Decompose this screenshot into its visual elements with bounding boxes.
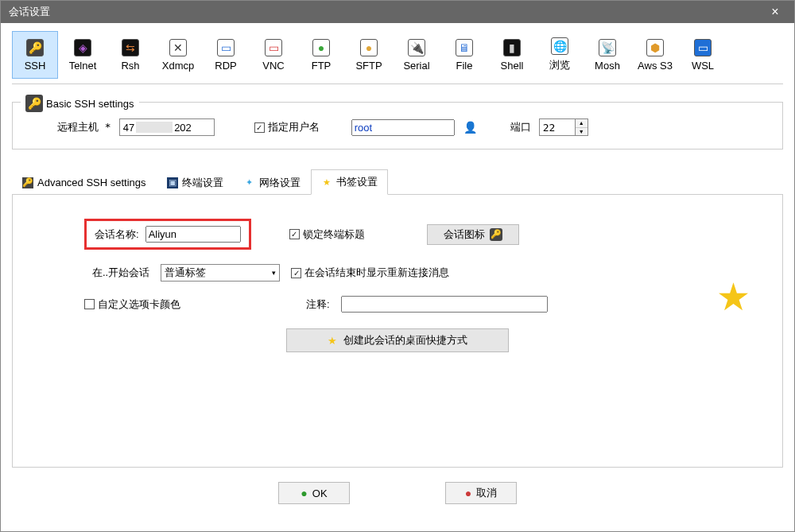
tab-icon: ✦	[244, 177, 255, 188]
checkbox-icon: ✓	[289, 229, 300, 239]
protocol-ftp[interactable]: ●FTP	[298, 31, 344, 79]
remote-host-label: 远程主机 *	[57, 120, 111, 134]
session-settings-window: 会话设置 × 🔑SSH◈Telnet⇆Rsh✕Xdmcp▭RDP▭VNC●FTP…	[0, 0, 795, 532]
content-area: 🔑SSH◈Telnet⇆Rsh✕Xdmcp▭RDP▭VNC●FTP●SFTP🔌S…	[1, 23, 794, 531]
protocol-label: Xdmcp	[162, 60, 194, 72]
tab-icon: 🔑	[22, 177, 33, 188]
session-name-input[interactable]	[145, 226, 241, 243]
protocol-file[interactable]: 🖥File	[441, 31, 487, 79]
checkbox-icon: ✓	[254, 122, 265, 133]
key-icon: 🔑	[490, 228, 502, 241]
settings-tabs: 🔑Advanced SSH settings▣终端设置✦网络设置★书签设置	[12, 169, 783, 195]
protocol-wsl[interactable]: ▭WSL	[680, 31, 726, 79]
lock-title-label: 锁定终端标题	[303, 227, 365, 242]
checkbox-icon: ✓	[291, 268, 301, 278]
protocol-label: Rsh	[121, 60, 139, 72]
dialog-buttons: ● OK ● 取消	[12, 468, 783, 523]
ok-label: OK	[312, 487, 328, 499]
bookmark-tab-body: 会话名称: ✓ 锁定终端标题 会话图标 🔑 在..开始会话 普通标签	[12, 195, 783, 468]
protocol-label: 浏览	[549, 58, 570, 72]
protocol-aws-s3[interactable]: ⬢Aws S3	[632, 31, 678, 79]
protocol-telnet[interactable]: ◈Telnet	[60, 31, 106, 79]
session-name-highlight: 会话名称:	[84, 219, 251, 250]
basic-ssh-legend: 🔑 Basic SSH settings	[21, 95, 139, 112]
create-shortcut-button[interactable]: ★ 创建此会话的桌面快捷方式	[286, 328, 509, 352]
custom-tab-color-checkbox[interactable]: 自定义选项卡颜色	[84, 297, 180, 312]
user-icon[interactable]: 👤	[463, 119, 479, 135]
remote-host-field[interactable]: 47 202	[119, 118, 215, 136]
protocol-icon: 🔌	[408, 39, 425, 56]
protocol-icon: ⇆	[122, 39, 139, 56]
protocol-serial[interactable]: 🔌Serial	[394, 31, 440, 79]
protocol-浏览[interactable]: 🌐浏览	[537, 31, 583, 79]
protocol-icon: ◈	[74, 39, 91, 56]
tab-书签设置[interactable]: ★书签设置	[311, 169, 388, 195]
session-icon-button[interactable]: 会话图标 🔑	[427, 224, 519, 245]
protocol-mosh[interactable]: 📡Mosh	[584, 31, 630, 79]
checkbox-icon	[84, 299, 95, 309]
tab-icon: ★	[321, 177, 332, 188]
close-icon[interactable]: ×	[764, 5, 786, 19]
port-spinner[interactable]: ▲ ▼	[539, 118, 588, 136]
spinner-up-icon[interactable]: ▲	[576, 119, 588, 128]
username-input[interactable]	[351, 119, 455, 136]
protocol-xdmcp[interactable]: ✕Xdmcp	[155, 31, 201, 79]
show-reconnect-checkbox[interactable]: ✓ 在会话结束时显示重新连接消息	[291, 266, 449, 280]
star-icon: ★	[328, 335, 337, 347]
tab-网络设置[interactable]: ✦网络设置	[234, 169, 311, 195]
remote-host-prefix: 47	[123, 122, 134, 134]
protocol-rsh[interactable]: ⇆Rsh	[107, 31, 153, 79]
protocol-label: SFTP	[355, 60, 382, 72]
protocol-icon: ⬢	[646, 39, 664, 56]
protocol-icon: 🔑	[26, 39, 44, 56]
tab-label: 终端设置	[182, 176, 223, 190]
protocol-sftp[interactable]: ●SFTP	[346, 31, 392, 79]
specify-user-label: 指定用户名	[268, 120, 320, 134]
start-in-select[interactable]: 普通标签 ▾	[161, 264, 280, 282]
cancel-label: 取消	[476, 486, 497, 500]
remote-host-suffix: 202	[174, 122, 192, 134]
protocol-label: RDP	[215, 60, 236, 72]
protocol-label: Telnet	[69, 60, 97, 72]
title-bar: 会话设置 ×	[1, 1, 794, 23]
protocol-label: Mosh	[595, 60, 620, 72]
basic-ssh-legend-label: Basic SSH settings	[46, 98, 134, 110]
protocol-icon: 🖥	[456, 39, 473, 56]
tab-终端设置[interactable]: ▣终端设置	[157, 169, 234, 195]
port-input[interactable]	[540, 119, 575, 135]
protocol-label: VNC	[262, 60, 284, 72]
protocol-icon: ▭	[694, 39, 712, 56]
protocol-vnc[interactable]: ▭VNC	[250, 31, 297, 79]
protocol-icon: ●	[360, 39, 378, 56]
start-in-value: 普通标签	[165, 266, 206, 280]
protocol-label: Shell	[501, 60, 524, 72]
protocol-icon: ▭	[265, 39, 282, 56]
protocol-label: FTP	[312, 60, 332, 72]
tab-icon: ▣	[167, 177, 178, 188]
ok-button[interactable]: ● OK	[278, 482, 350, 504]
window-title: 会话设置	[9, 5, 764, 19]
protocol-label: File	[456, 60, 473, 72]
comment-input[interactable]	[341, 296, 548, 313]
star-icon: ★	[716, 274, 750, 319]
cancel-button[interactable]: ● 取消	[445, 482, 517, 504]
start-in-label: 在..开始会话	[92, 266, 149, 280]
custom-tab-color-label: 自定义选项卡颜色	[98, 297, 180, 312]
protocol-rdp[interactable]: ▭RDP	[203, 31, 249, 79]
protocol-label: Aws S3	[638, 60, 673, 72]
session-icon-button-label: 会话图标	[444, 227, 485, 242]
port-label: 端口	[510, 120, 531, 134]
spinner-down-icon[interactable]: ▼	[576, 128, 588, 136]
tab-advanced-ssh-settings[interactable]: 🔑Advanced SSH settings	[12, 169, 157, 195]
tab-label: 书签设置	[336, 175, 378, 189]
specify-user-checkbox[interactable]: ✓ 指定用户名	[254, 120, 320, 134]
remote-host-mask	[136, 122, 173, 133]
create-shortcut-label: 创建此会话的桌面快捷方式	[343, 333, 467, 348]
protocol-ssh[interactable]: 🔑SSH	[12, 31, 58, 79]
protocol-toolbar: 🔑SSH◈Telnet⇆Rsh✕Xdmcp▭RDP▭VNC●FTP●SFTP🔌S…	[12, 31, 783, 84]
lock-title-checkbox[interactable]: ✓ 锁定终端标题	[289, 227, 365, 242]
protocol-label: SSH	[25, 60, 46, 72]
key-icon: 🔑	[25, 95, 43, 112]
protocol-icon: ✕	[169, 39, 187, 56]
protocol-shell[interactable]: ▮Shell	[489, 31, 535, 79]
